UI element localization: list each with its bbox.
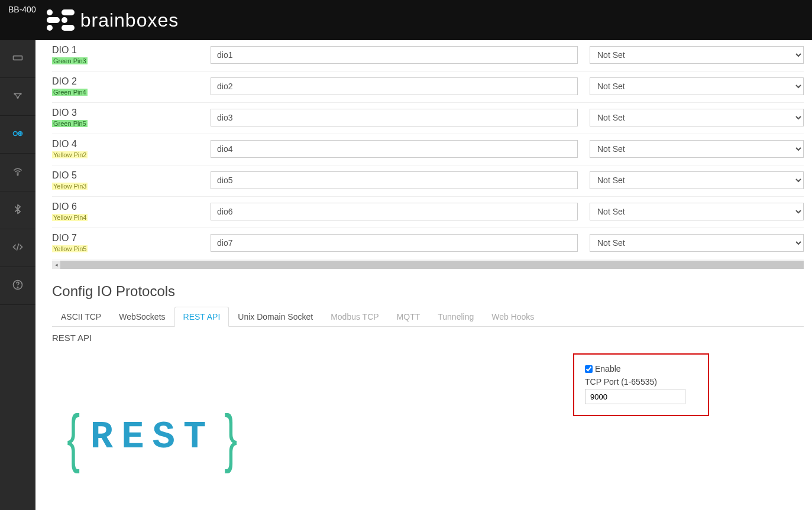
open-brace-icon: { [67, 418, 80, 457]
sidebar-item-bluetooth[interactable] [0, 191, 35, 229]
brand-text: brainboxes [80, 9, 179, 31]
dio-row: DIO 4Yellow Pin2Not Set [52, 134, 804, 165]
dio-name-input[interactable] [211, 46, 578, 64]
section-title: Config IO Protocols [52, 283, 804, 300]
logo-shapes-icon [47, 9, 75, 31]
dio-name-input[interactable] [211, 140, 578, 158]
dio-title: DIO 1 [52, 45, 199, 56]
sidebar [0, 40, 35, 510]
dio-row: DIO 6Yellow Pin4Not Set [52, 197, 804, 228]
svg-point-10 [17, 287, 18, 288]
pin-badge: Green Pin5 [52, 120, 88, 127]
enable-label: Enable [595, 364, 621, 373]
tab-unix-domain-socket[interactable]: Unix Domain Socket [229, 307, 322, 327]
pin-badge: Yellow Pin3 [52, 183, 88, 190]
dio-title: DIO 5 [52, 170, 199, 181]
sidebar-item-device[interactable] [0, 40, 35, 78]
dio-mode-select[interactable]: Not Set [590, 77, 804, 95]
pin-badge: Yellow Pin5 [52, 245, 88, 252]
sidebar-item-code[interactable] [0, 229, 35, 267]
rest-logo: { REST } [63, 416, 242, 459]
dio-title: DIO 7 [52, 233, 199, 243]
main-content: DIO 1Green Pin3Not SetDIO 2Green Pin4Not… [35, 40, 812, 510]
dio-name-input[interactable] [211, 234, 578, 252]
bluetooth-icon [12, 203, 24, 217]
protocol-tabs: ASCII TCPWebSocketsREST APIUnix Domain S… [52, 307, 804, 327]
tcp-port-input[interactable] [585, 389, 685, 404]
dio-row: DIO 5Yellow Pin3Not Set [52, 165, 804, 197]
tab-rest-api[interactable]: REST API [174, 307, 229, 327]
dio-name-input[interactable] [211, 77, 578, 95]
dio-mode-select[interactable]: Not Set [590, 46, 804, 64]
sidebar-item-help[interactable] [0, 267, 35, 305]
tab-websockets[interactable]: WebSockets [110, 307, 174, 327]
help-icon [12, 279, 24, 293]
dio-mode-select[interactable]: Not Set [590, 203, 804, 220]
scroll-left-icon[interactable]: ◂ [52, 261, 60, 269]
dio-row: DIO 1Green Pin3Not Set [52, 40, 804, 72]
pin-badge: Green Pin3 [52, 57, 88, 64]
horizontal-scrollbar[interactable]: ◂ [52, 261, 804, 269]
dio-mode-select[interactable]: Not Set [590, 171, 804, 189]
brand-logo: brainboxes [47, 9, 179, 31]
rest-logo-text: REST [90, 416, 215, 459]
pin-badge: Yellow Pin2 [52, 151, 88, 158]
io-icon [12, 128, 24, 141]
app-header: BB-400 brainboxes [0, 0, 812, 40]
tab-web-hooks: Web Hooks [483, 307, 543, 327]
dio-title: DIO 2 [52, 76, 199, 87]
enable-checkbox[interactable] [585, 365, 593, 373]
dio-name-input[interactable] [211, 171, 578, 189]
link-icon [12, 90, 24, 103]
svg-point-8 [17, 174, 18, 176]
sidebar-item-wifi[interactable] [0, 154, 35, 191]
dio-mode-select[interactable]: Not Set [590, 140, 804, 158]
sidebar-item-link[interactable] [0, 78, 35, 116]
rest-config-panel: Enable TCP Port (1-65535) [573, 353, 709, 416]
wifi-icon [12, 165, 24, 179]
close-brace-icon: } [225, 418, 238, 457]
dio-mode-select[interactable]: Not Set [590, 234, 804, 252]
pin-badge: Yellow Pin4 [52, 214, 88, 221]
tab-tunneling: Tunneling [429, 307, 483, 327]
tab-subtitle: REST API [52, 333, 804, 343]
dio-name-input[interactable] [211, 109, 578, 126]
dio-title: DIO 6 [52, 202, 199, 212]
dio-row: DIO 2Green Pin4Not Set [52, 72, 804, 103]
svg-rect-0 [14, 56, 22, 60]
sidebar-item-io[interactable] [0, 116, 35, 154]
dio-title: DIO 4 [52, 139, 199, 150]
dio-name-input[interactable] [211, 203, 578, 220]
tcp-port-label: TCP Port (1-65535) [585, 377, 657, 386]
dio-row: DIO 3Green Pin5Not Set [52, 103, 804, 134]
tab-ascii-tcp[interactable]: ASCII TCP [52, 307, 110, 327]
code-icon [12, 241, 24, 255]
dio-mode-select[interactable]: Not Set [590, 109, 804, 126]
svg-point-6 [14, 132, 18, 136]
device-name: BB-400 [8, 5, 36, 14]
tab-modbus-tcp: Modbus TCP [322, 307, 387, 327]
dio-title: DIO 3 [52, 108, 199, 118]
tab-mqtt: MQTT [388, 307, 429, 327]
device-icon [12, 52, 24, 66]
dio-row: DIO 7Yellow Pin5Not Set [52, 228, 804, 259]
pin-badge: Green Pin4 [52, 89, 88, 96]
